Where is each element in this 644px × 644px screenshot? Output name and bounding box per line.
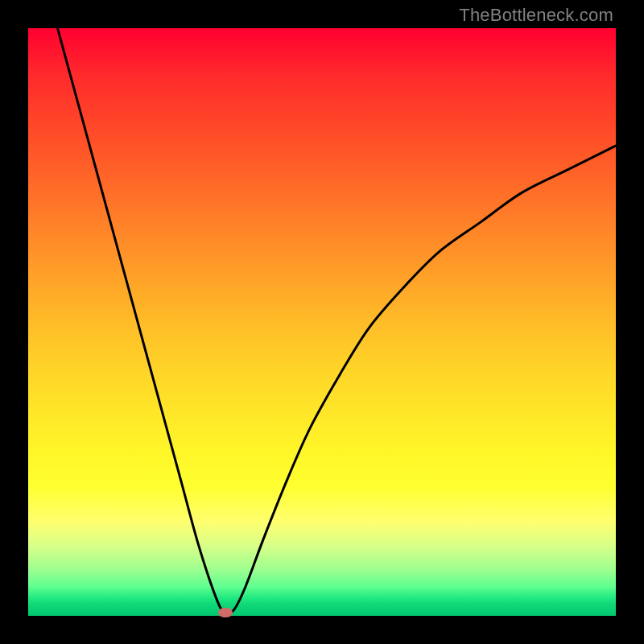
- curve-svg: [28, 28, 616, 616]
- chart-frame: TheBottleneck.com: [0, 0, 644, 644]
- bottleneck-curve: [58, 28, 617, 614]
- attribution-text: TheBottleneck.com: [459, 5, 613, 26]
- min-marker: [218, 608, 233, 617]
- plot-area: [28, 28, 616, 616]
